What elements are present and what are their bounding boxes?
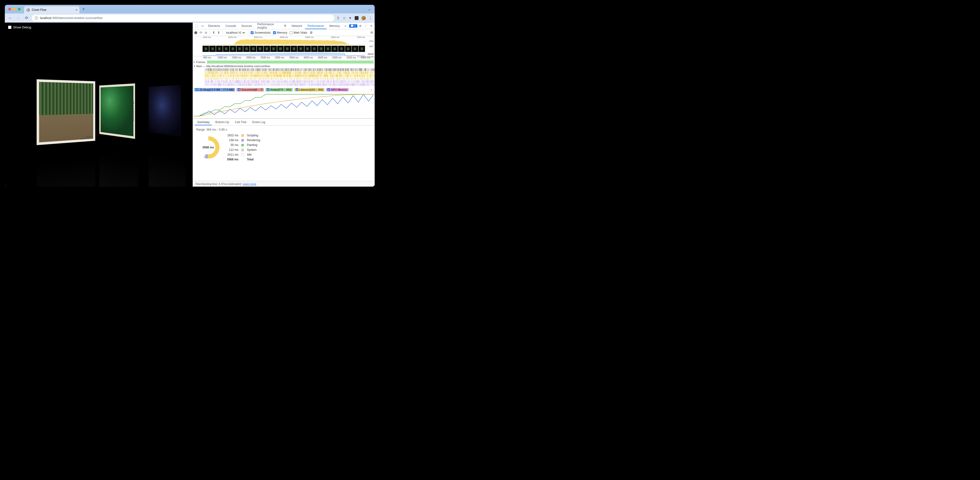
forward-button[interactable]: → bbox=[16, 16, 21, 20]
counter-chart[interactable] bbox=[193, 92, 375, 119]
expand-frames-icon[interactable]: ▸ bbox=[193, 60, 196, 63]
filmstrip-frame[interactable] bbox=[209, 46, 216, 52]
browser-tab[interactable]: Cover Flow × bbox=[24, 6, 80, 13]
maximize-window-button[interactable] bbox=[18, 8, 21, 11]
filmstrip-frame[interactable] bbox=[277, 46, 284, 52]
tab-console[interactable]: Console bbox=[223, 23, 239, 29]
tab-sources[interactable]: Sources bbox=[239, 23, 254, 29]
tab-network[interactable]: Network bbox=[289, 23, 305, 29]
album-cover-1[interactable]: Volume One DAB RECORDS bbox=[37, 79, 95, 145]
show-debug-checkbox[interactable] bbox=[8, 26, 11, 29]
profile-avatar[interactable] bbox=[361, 16, 366, 20]
screenshots-checkbox[interactable] bbox=[251, 31, 253, 34]
url-input[interactable]: i localhost:3000/demo/view-timeline-css/… bbox=[32, 15, 334, 21]
tab-call-tree[interactable]: Call Tree bbox=[232, 119, 249, 125]
tab-event-log[interactable]: Event Log bbox=[250, 119, 268, 125]
filmstrip-frame[interactable] bbox=[345, 46, 352, 52]
main-thread-header[interactable]: ▾ Main — http://localhost:3000/demo/view… bbox=[193, 64, 375, 68]
download-icon[interactable]: ⬇ bbox=[218, 31, 220, 34]
svg-rect-988 bbox=[226, 83, 227, 86]
flame-chart-area[interactable]: 800 ms1000 ms1500 ms2000 ms2500 ms3000 m… bbox=[193, 56, 375, 119]
filmstrip-frame[interactable] bbox=[223, 46, 229, 52]
filmstrip-frame[interactable] bbox=[311, 46, 318, 52]
show-debug-toggle[interactable]: Show Debug bbox=[8, 25, 31, 29]
filmstrip-frame[interactable] bbox=[237, 46, 243, 52]
filmstrip-frame[interactable] bbox=[243, 46, 250, 52]
filmstrip-frame[interactable] bbox=[358, 46, 365, 52]
legend-nodes[interactable]: Nodes[375 – 382] bbox=[265, 88, 293, 91]
issues-badge[interactable]: 1 bbox=[349, 24, 357, 28]
filmstrip-frame[interactable] bbox=[216, 46, 223, 52]
filmstrip-frame[interactable] bbox=[325, 46, 331, 52]
filmstrip-frame[interactable] bbox=[202, 46, 209, 52]
settings-gear-icon[interactable]: ⚙ bbox=[358, 24, 363, 28]
tab-bottom-up[interactable]: Bottom-Up bbox=[213, 119, 231, 125]
webvitals-toggle[interactable]: Web Vitals bbox=[290, 31, 307, 34]
expand-main-icon[interactable]: ▾ bbox=[194, 65, 196, 68]
close-devtools-icon[interactable]: ✕ bbox=[369, 24, 374, 28]
reload-record-icon[interactable]: ⟳ bbox=[200, 31, 202, 34]
legend-gpu-memory[interactable]: GPU Memory bbox=[326, 88, 348, 91]
more-tabs-icon[interactable]: » bbox=[343, 24, 348, 28]
clear-icon[interactable]: ⊘ bbox=[205, 31, 207, 34]
filmstrip-frame[interactable] bbox=[291, 46, 297, 52]
extensions-icon[interactable]: ✦ bbox=[348, 16, 352, 20]
tab-elements[interactable]: Elements bbox=[206, 23, 223, 29]
tab-list-chevron-icon[interactable]: ⌄ bbox=[366, 7, 373, 11]
close-tab-button[interactable]: × bbox=[76, 8, 78, 12]
bookmark-icon[interactable]: ☆ bbox=[343, 16, 346, 20]
filmstrip-frame[interactable] bbox=[257, 46, 263, 52]
svg-rect-841 bbox=[264, 80, 265, 83]
legend-listeners[interactable]: Listeners[163 – 355] bbox=[294, 88, 325, 91]
tab-memory[interactable]: Memory bbox=[327, 23, 342, 29]
extension-button[interactable] bbox=[355, 16, 358, 20]
filmstrip-frame[interactable] bbox=[304, 46, 311, 52]
tab-summary[interactable]: Summary bbox=[195, 119, 212, 125]
filmstrip-frame[interactable] bbox=[230, 46, 236, 52]
perf-overview[interactable]: 1000 ms 2000 ms 3000 ms 4000 ms 5000 ms … bbox=[193, 36, 375, 56]
site-info-icon[interactable]: i bbox=[35, 16, 38, 20]
trash-icon[interactable]: 🗑 bbox=[310, 31, 313, 34]
learn-more-link[interactable]: Learn more bbox=[243, 182, 256, 185]
album-cover-2[interactable]: OR & 9 THEORY bbox=[99, 84, 135, 139]
screenshot-filmstrip[interactable] bbox=[202, 46, 365, 52]
filmstrip-frame[interactable] bbox=[338, 46, 345, 52]
upload-icon[interactable]: ⬆ bbox=[212, 31, 215, 34]
filmstrip-frame[interactable] bbox=[352, 46, 358, 52]
counter-menu-icon[interactable]: ≡ bbox=[370, 88, 373, 91]
reload-button[interactable]: ⟳ bbox=[24, 16, 29, 20]
record-button[interactable] bbox=[194, 31, 197, 34]
share-icon[interactable]: ⇪ bbox=[337, 16, 340, 20]
filmstrip-frame[interactable] bbox=[250, 46, 256, 52]
new-tab-button[interactable]: + bbox=[81, 7, 86, 12]
filmstrip-frame[interactable] bbox=[270, 46, 277, 52]
devtools-menu-icon[interactable]: ⋮ bbox=[363, 24, 368, 28]
filmstrip-frame[interactable] bbox=[331, 46, 338, 52]
perf-settings-gear-icon[interactable]: ⚙ bbox=[370, 31, 373, 34]
device-toolbar-icon[interactable]: ▭ bbox=[200, 24, 205, 28]
svg-rect-409 bbox=[224, 74, 224, 77]
coverflow-stage[interactable]: OR & 9 THEORY Volume One DAB RECORDS bbox=[5, 54, 192, 169]
filmstrip-frame[interactable] bbox=[264, 46, 270, 52]
browser-menu-button[interactable]: ⋮ bbox=[369, 16, 372, 20]
screenshots-toggle[interactable]: Screenshots bbox=[251, 31, 270, 34]
main-flame-chart[interactable] bbox=[193, 68, 375, 87]
frames-track[interactable]: ▸ Frames bbox=[193, 60, 375, 64]
profile-selector[interactable]: localhost #1 bbox=[225, 31, 246, 35]
close-window-button[interactable] bbox=[8, 8, 11, 11]
memory-checkbox[interactable] bbox=[273, 31, 276, 34]
album-cover-3[interactable] bbox=[149, 85, 181, 137]
back-button[interactable]: ← bbox=[7, 16, 13, 20]
minimize-window-button[interactable] bbox=[13, 8, 16, 11]
legend-js-heap[interactable]: JS Heap[12.8 MB – 17.8 MB] bbox=[194, 88, 235, 91]
inspect-element-icon[interactable]: ⬚ bbox=[194, 24, 199, 28]
memory-toggle[interactable]: Memory bbox=[273, 31, 287, 34]
filmstrip-frame[interactable] bbox=[318, 46, 325, 52]
filmstrip-frame[interactable] bbox=[298, 46, 304, 52]
legend-documents[interactable]: Documents[6 – 7] bbox=[237, 88, 264, 91]
webvitals-checkbox[interactable] bbox=[290, 31, 293, 34]
tab-performance[interactable]: Performance bbox=[305, 23, 326, 29]
svg-rect-712 bbox=[322, 77, 323, 80]
filmstrip-frame[interactable] bbox=[284, 46, 290, 52]
svg-rect-582 bbox=[208, 77, 208, 80]
